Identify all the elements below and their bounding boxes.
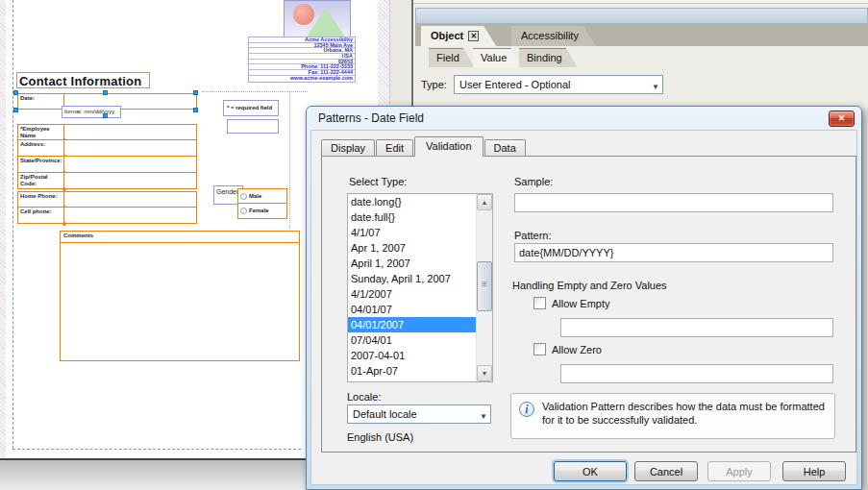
validation-info-text: Validation Pattern describes how the dat… (542, 400, 827, 427)
listbox-scrollbar[interactable]: ▲ ▼ (476, 194, 492, 381)
dropdown-arrow-icon: ▼ (652, 79, 659, 96)
cancel-button[interactable]: Cancel (634, 461, 698, 481)
select-type-label: Select Type: (349, 176, 407, 187)
form-field-row[interactable]: Zip/Postal Code: (17, 173, 197, 189)
form-field-label: Cell phone: (18, 208, 64, 223)
close-palette-icon[interactable]: ✕ (468, 31, 479, 41)
type-label: Type: (421, 79, 447, 90)
date-field-label: Date: (18, 94, 64, 109)
empty-text-box[interactable] (227, 119, 279, 134)
list-item[interactable]: 04/01/2007 (348, 317, 476, 332)
list-item[interactable]: date.long{} (348, 194, 476, 209)
selection-handle-top-left[interactable] (13, 90, 18, 95)
scroll-up-icon[interactable]: ▲ (477, 194, 492, 210)
tab-binding[interactable]: Binding (519, 48, 578, 67)
logo-circle-shape (293, 4, 314, 25)
allow-zero-input[interactable] (560, 364, 833, 383)
list-item[interactable]: Apr 1, 2007 (348, 240, 476, 256)
info-icon: i (519, 402, 534, 417)
validation-tab-panel: Select Type: date.long{}date.full{}4/1/0… (321, 156, 856, 453)
list-item[interactable]: 4/1/07 (348, 225, 476, 240)
scroll-down-icon[interactable]: ▼ (477, 365, 492, 381)
empty-zero-heading: Handling Empty and Zero Values (512, 280, 667, 291)
gender-radio-row[interactable]: Male (237, 188, 287, 204)
dialog-close-button[interactable]: ✕ (829, 110, 855, 127)
list-item[interactable]: date.full{} (348, 209, 476, 225)
canvas-margin-left (0, 0, 6, 459)
allow-empty-input[interactable] (560, 318, 833, 337)
tab-field[interactable]: Field (429, 48, 475, 67)
tab-object[interactable]: Object✕ (421, 26, 496, 46)
allow-empty-checkbox[interactable] (533, 297, 546, 309)
tab-accessibility[interactable]: Accessibility (511, 26, 596, 46)
form-title[interactable]: Contact Information (16, 72, 150, 88)
company-logo-image[interactable] (284, 0, 351, 41)
tab-value[interactable]: Value (473, 48, 522, 67)
pattern-type-list: date.long{}date.full{}4/1/07Apr 1, 2007A… (348, 194, 476, 381)
sample-label: Sample: (514, 176, 553, 187)
dialog-body: DisplayEditValidationData Select Type: d… (310, 130, 857, 485)
type-dropdown-value: User Entered - Optional (459, 79, 571, 90)
locale-detail: English (USA) (347, 431, 413, 443)
form-field-row[interactable]: Home Phone: (17, 191, 197, 208)
list-item[interactable]: 04/01/07 (348, 302, 476, 317)
apply-button[interactable]: Apply (707, 461, 771, 481)
help-button[interactable]: Help (782, 461, 846, 481)
radio-button-icon[interactable] (240, 208, 247, 214)
close-icon: ✕ (838, 113, 846, 123)
list-item[interactable]: Sunday, April 1, 2007 (348, 271, 476, 286)
dialog-title: Patterns - Date Field (318, 111, 424, 125)
company-address-block[interactable]: Acme Accessibility12345 Main AveUrbana, … (248, 37, 356, 83)
page-margin-guide-left (12, 0, 13, 449)
list-item[interactable]: 2007-04-01 (348, 348, 476, 363)
list-item[interactable]: April 1, 2007 (348, 256, 476, 271)
selection-handle-bottom-right[interactable] (193, 108, 198, 112)
ok-button[interactable]: OK (554, 461, 627, 481)
locale-dropdown[interactable]: Default locale▼ (347, 404, 491, 424)
palette-title-bar[interactable] (415, 8, 868, 24)
form-field-label: Zip/Postal Code: (18, 173, 64, 188)
list-item[interactable]: 07/04/01 (348, 332, 476, 348)
required-field-note[interactable]: * = required field (223, 100, 279, 116)
allow-zero-label: Allow Zero (552, 344, 602, 355)
form-field-row[interactable]: Address: (17, 140, 197, 157)
locale-label: Locale: (347, 391, 381, 403)
form-field-row[interactable]: State/Province: (17, 157, 197, 173)
selection-handle-top-right[interactable] (193, 90, 198, 95)
pattern-type-listbox[interactable]: date.long{}date.full{}4/1/07Apr 1, 2007A… (347, 193, 493, 382)
tab-validation[interactable]: Validation (414, 136, 484, 157)
dialog-tab-strip: DisplayEditValidationData (321, 136, 527, 157)
radio-button-icon[interactable] (240, 193, 247, 200)
tab-edit[interactable]: Edit (376, 139, 413, 157)
selection-handle-bottom-mid[interactable] (103, 113, 108, 118)
page-margin-guide-bottom (12, 449, 301, 450)
form-field-label: Home Phone: (18, 192, 64, 207)
comments-label: Comments (61, 232, 299, 243)
tab-display[interactable]: Display (321, 139, 375, 157)
validation-info-box: i Validation Pattern describes how the d… (510, 393, 835, 439)
list-item[interactable]: 01-Apr-07 (348, 363, 476, 379)
form-field-value (64, 192, 196, 207)
form-field-row[interactable]: Cell phone: (17, 208, 197, 224)
form-field-row[interactable]: *Employee Name (17, 124, 197, 140)
comments-field[interactable]: Comments (60, 231, 300, 361)
scrollbar-thumb[interactable] (477, 261, 492, 311)
locale-dropdown-value: Default locale (353, 408, 417, 420)
date-format-caption[interactable]: format: mm/dd/yyyy (62, 106, 121, 118)
form-field-value (64, 125, 196, 139)
allow-zero-checkbox[interactable] (533, 343, 546, 355)
tab-data[interactable]: Data (484, 139, 526, 157)
pattern-input[interactable] (514, 243, 833, 262)
sample-input[interactable] (514, 193, 833, 212)
gender-options-group: Male Female (237, 188, 287, 219)
selection-handle-top-mid[interactable] (103, 90, 108, 95)
type-dropdown[interactable]: User Entered - Optional▼ (454, 75, 663, 94)
palette-top-strip (413, 0, 868, 4)
gender-radio-row[interactable]: Female (237, 204, 287, 219)
selection-handle-bottom-left[interactable] (13, 108, 18, 112)
application-window: Acme Accessibility12345 Main AveUrbana, … (0, 0, 868, 490)
palette-tab-strip: Object✕ Accessibility (415, 24, 868, 46)
form-field-value (64, 173, 196, 188)
employee-fields-group: *Employee Name Address: State/Province: … (17, 124, 197, 189)
list-item[interactable]: 4/1/2007 (348, 286, 476, 302)
